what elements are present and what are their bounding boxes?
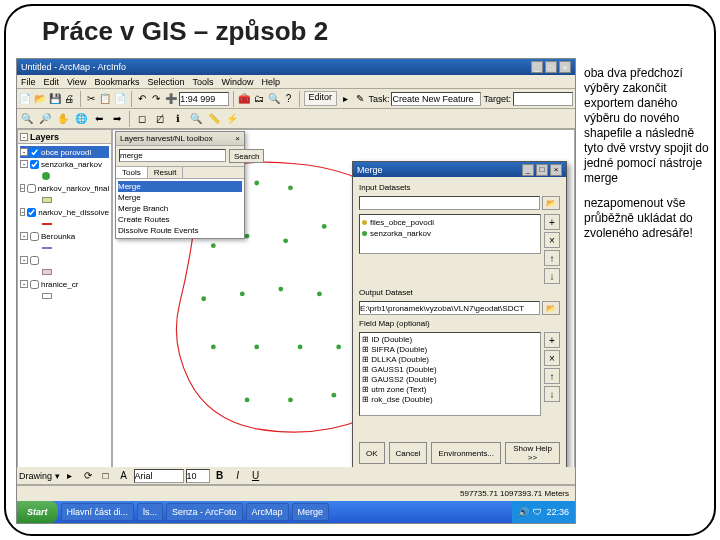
- layer-checkbox[interactable]: [30, 280, 39, 289]
- menu-tools[interactable]: Tools: [192, 77, 213, 87]
- layer-item[interactable]: -: [20, 254, 109, 266]
- move-up-icon[interactable]: ↑: [544, 368, 560, 384]
- menu-bookmarks[interactable]: Bookmarks: [94, 77, 139, 87]
- ok-button[interactable]: OK: [359, 442, 385, 464]
- layer-checkbox[interactable]: [30, 256, 39, 265]
- list-item[interactable]: senzorka_narkov: [362, 228, 538, 239]
- layer-item[interactable]: -Berounka: [20, 230, 109, 242]
- input-datasets-list[interactable]: files_obce_povodi senzorka_narkov: [359, 214, 541, 254]
- menu-selection[interactable]: Selection: [147, 77, 184, 87]
- measure-icon[interactable]: 📏: [206, 111, 222, 127]
- tray-icon[interactable]: 🔊: [518, 507, 529, 517]
- move-down-icon[interactable]: ↓: [544, 268, 560, 284]
- menu-file[interactable]: File: [21, 77, 36, 87]
- task-dropdown[interactable]: [391, 92, 481, 106]
- close-icon[interactable]: ×: [235, 132, 240, 145]
- layer-checkbox[interactable]: [30, 148, 39, 157]
- pointer-icon[interactable]: ▸: [62, 468, 78, 484]
- text-icon[interactable]: A: [116, 468, 132, 484]
- search-input[interactable]: [119, 149, 226, 162]
- tool-item[interactable]: Create Routes: [118, 214, 242, 225]
- zoom-next-icon[interactable]: ➡: [109, 111, 125, 127]
- tab-tools[interactable]: Tools: [116, 167, 148, 178]
- tool-item[interactable]: Dissolve Route Events: [118, 225, 242, 236]
- toolbox-icon[interactable]: 🧰: [238, 91, 251, 107]
- remove-field-icon[interactable]: ×: [544, 350, 560, 366]
- layer-item[interactable]: -hranice_cr: [20, 278, 109, 290]
- help-icon[interactable]: ?: [282, 91, 295, 107]
- zoom-out-icon[interactable]: 🔎: [37, 111, 53, 127]
- tray-icon[interactable]: 🛡: [533, 507, 542, 517]
- rect-icon[interactable]: □: [98, 468, 114, 484]
- menu-view[interactable]: View: [67, 77, 86, 87]
- taskbar-item[interactable]: ls...: [137, 503, 163, 521]
- add-icon[interactable]: +: [544, 214, 560, 230]
- identify-icon[interactable]: ℹ: [170, 111, 186, 127]
- tool-item[interactable]: Merge Branch: [118, 203, 242, 214]
- open-icon[interactable]: 📂: [34, 91, 47, 107]
- redo-icon[interactable]: ↷: [150, 91, 163, 107]
- layer-checkbox[interactable]: [30, 232, 39, 241]
- maximize-button[interactable]: □: [536, 164, 548, 176]
- layer-item[interactable]: -senzorka_narkov: [20, 158, 109, 170]
- menu-edit[interactable]: Edit: [44, 77, 60, 87]
- sketch-tool-icon[interactable]: ✎: [354, 91, 367, 107]
- hyperlink-icon[interactable]: ⚡: [224, 111, 240, 127]
- add-data-icon[interactable]: ➕: [165, 91, 178, 107]
- zoom-prev-icon[interactable]: ⬅: [91, 111, 107, 127]
- output-dataset-field[interactable]: [359, 301, 540, 315]
- close-button[interactable]: ×: [559, 61, 571, 73]
- font-dropdown[interactable]: [134, 469, 184, 483]
- tool-item[interactable]: Merge: [118, 181, 242, 192]
- undo-icon[interactable]: ↶: [135, 91, 148, 107]
- taskbar-item[interactable]: Senza - ArcFoto: [166, 503, 243, 521]
- move-up-icon[interactable]: ↑: [544, 250, 560, 266]
- toc-collapse-icon[interactable]: -: [20, 133, 28, 141]
- layer-checkbox[interactable]: [30, 160, 39, 169]
- close-button[interactable]: ×: [550, 164, 562, 176]
- layer-checkbox[interactable]: [27, 208, 36, 217]
- italic-icon[interactable]: I: [230, 468, 246, 484]
- field-item[interactable]: ⊞ GAUSS1 (Double): [362, 365, 538, 375]
- taskbar-item[interactable]: Merge: [292, 503, 330, 521]
- font-size-dropdown[interactable]: [186, 469, 210, 483]
- field-item[interactable]: ⊞ SIFRA (Double): [362, 345, 538, 355]
- add-field-icon[interactable]: +: [544, 332, 560, 348]
- rotate-icon[interactable]: ⟳: [80, 468, 96, 484]
- input-datasets-field[interactable]: [359, 196, 540, 210]
- field-item[interactable]: ⊞ rok_dse (Double): [362, 395, 538, 405]
- layer-item[interactable]: -obce porovodi: [20, 146, 109, 158]
- browse-icon[interactable]: 📂: [542, 301, 560, 315]
- menu-help[interactable]: Help: [261, 77, 280, 87]
- field-map-tree[interactable]: ⊞ ID (Double) ⊞ SIFRA (Double) ⊞ DLLKA (…: [359, 332, 541, 416]
- field-item[interactable]: ⊞ utm zone (Text): [362, 385, 538, 395]
- clear-selection-icon[interactable]: ◻̸: [152, 111, 168, 127]
- field-item[interactable]: ⊞ DLLKA (Double): [362, 355, 538, 365]
- edit-tool-icon[interactable]: ▸: [339, 91, 352, 107]
- remove-icon[interactable]: ×: [544, 232, 560, 248]
- catalog-icon[interactable]: 🗂: [253, 91, 266, 107]
- tab-result[interactable]: Result: [148, 167, 184, 178]
- new-icon[interactable]: 📄: [19, 91, 32, 107]
- paste-icon[interactable]: 📄: [114, 91, 127, 107]
- taskbar-item[interactable]: ArcMap: [246, 503, 289, 521]
- browse-icon[interactable]: 📂: [542, 196, 560, 210]
- start-button[interactable]: Start: [17, 501, 58, 523]
- find-icon[interactable]: 🔍: [188, 111, 204, 127]
- underline-icon[interactable]: U: [248, 468, 264, 484]
- move-down-icon[interactable]: ↓: [544, 386, 560, 402]
- list-item[interactable]: files_obce_povodi: [362, 217, 538, 228]
- scale-input[interactable]: [179, 92, 229, 106]
- cancel-button[interactable]: Cancel: [389, 442, 428, 464]
- environments-button[interactable]: Environments...: [431, 442, 501, 464]
- show-help-button[interactable]: Show Help >>: [505, 442, 560, 464]
- taskbar-item[interactable]: Hlavní část di...: [61, 503, 135, 521]
- select-features-icon[interactable]: ◻: [134, 111, 150, 127]
- tool-item[interactable]: Merge: [118, 192, 242, 203]
- minimize-button[interactable]: _: [522, 164, 534, 176]
- layer-checkbox[interactable]: [27, 184, 36, 193]
- print-icon[interactable]: 🖨: [63, 91, 76, 107]
- bold-icon[interactable]: B: [212, 468, 228, 484]
- save-icon[interactable]: 💾: [48, 91, 61, 107]
- field-item[interactable]: ⊞ ID (Double): [362, 335, 538, 345]
